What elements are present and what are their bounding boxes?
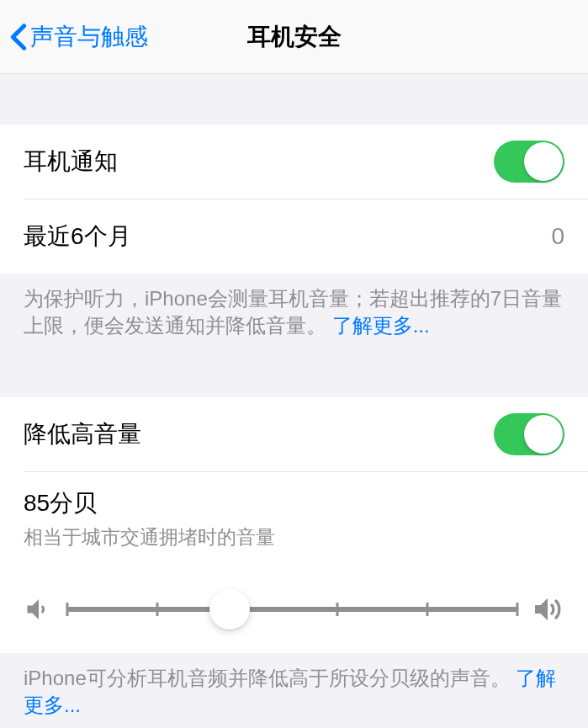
reduce-loud-sounds-toggle[interactable] <box>494 413 564 455</box>
section2-footer: iPhone可分析耳机音频并降低高于所设分贝级的声音。 了解更多... <box>0 653 588 728</box>
volume-slider-cell <box>0 569 588 653</box>
headphone-notifications-cell: 耳机通知 <box>0 125 588 199</box>
decibel-description: 相当于城市交通拥堵时的音量 <box>24 524 564 550</box>
slider-tick <box>66 603 69 616</box>
headphone-notifications-toggle[interactable] <box>494 141 564 183</box>
toggle-knob <box>524 415 563 454</box>
reduce-loud-sounds-cell: 降低高音量 <box>0 397 588 471</box>
footer-text: 为保护听力，iPhone会测量耳机音量；若超出推荐的7日音量上限，便会发送通知并… <box>24 287 562 337</box>
toggle-knob <box>524 142 563 181</box>
slider-tick <box>156 603 159 616</box>
last-6-months-cell[interactable]: 最近6个月 0 <box>0 199 588 274</box>
back-button[interactable]: 声音与触感 <box>0 21 148 53</box>
decibel-value: 85分贝 <box>24 487 564 519</box>
volume-high-icon <box>531 592 564 626</box>
chevron-left-icon <box>10 23 27 51</box>
reduce-loud-sounds-label: 降低高音量 <box>24 418 141 450</box>
slider-tick <box>336 603 339 616</box>
back-label: 声音与触感 <box>30 21 148 53</box>
section1-footer: 为保护听力，iPhone会测量耳机音量；若超出推荐的7日音量上限，便会发送通知并… <box>0 274 588 360</box>
learn-more-link[interactable]: 了解更多... <box>332 314 430 337</box>
last-6-months-label: 最近6个月 <box>24 221 131 252</box>
footer-text: iPhone可分析耳机音频并降低高于所设分贝级的声音。 <box>24 667 511 689</box>
page-title: 耳机安全 <box>247 21 342 53</box>
slider-tick <box>426 603 429 616</box>
slider-track <box>67 607 517 612</box>
nav-bar: 声音与触感 耳机安全 <box>0 0 588 74</box>
decibel-level-cell: 85分贝 相当于城市交通拥堵时的音量 <box>0 472 588 569</box>
volume-slider[interactable] <box>67 592 517 626</box>
headphone-notifications-label: 耳机通知 <box>24 146 118 178</box>
volume-low-icon <box>24 594 54 624</box>
last-6-months-value: 0 <box>551 223 564 250</box>
spacer <box>0 360 588 397</box>
spacer <box>0 74 588 125</box>
slider-tick <box>516 603 519 616</box>
slider-thumb[interactable] <box>209 589 250 630</box>
